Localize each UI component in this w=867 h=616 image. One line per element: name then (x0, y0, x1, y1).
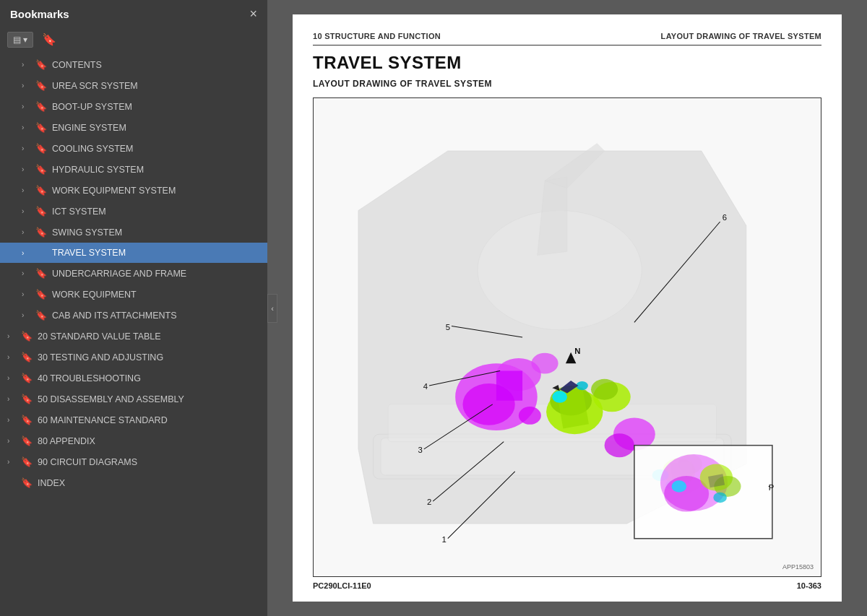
sidebar-item-work-equip-sys[interactable]: ›🔖WORK EQUIPMENT SYSTEM (0, 180, 267, 201)
bookmark-icon: 🔖 (35, 80, 48, 91)
expand-arrow-icon: › (22, 311, 33, 319)
bookmark-icon: 🔖 (20, 373, 33, 383)
bookmark-icon: 🔖 (35, 143, 48, 154)
sidebar: Bookmarks × ▤ ▾ 🔖 ›🔖CONTENTS›🔖UREA SCR S… (0, 0, 267, 616)
sidebar-item-label: 90 CIRCUIT DIAGRAMS (38, 457, 260, 467)
expand-arrow-icon: › (22, 290, 33, 298)
svg-text:P: P (769, 483, 775, 492)
sidebar-collapse-button[interactable]: ‹ (267, 294, 277, 323)
sidebar-item-label: CONTENTS (52, 60, 260, 70)
sidebar-item-label: ICT SYSTEM (52, 207, 260, 217)
svg-rect-10 (496, 370, 522, 400)
bookmark-icon: 🔖 (20, 456, 33, 467)
sidebar-item-label: TRAVEL SYSTEM (52, 248, 260, 258)
doc-header-left: 10 STRUCTURE AND FUNCTION (313, 32, 441, 40)
sidebar-item-label: 20 STANDARD VALUE TABLE (38, 331, 260, 342)
sidebar-item-cab[interactable]: ›🔖CAB AND ITS ATTACHMENTS (0, 305, 267, 326)
diagram-label: APP15803 (782, 563, 814, 571)
sidebar-item-label: ENGINE SYSTEM (52, 123, 260, 133)
bookmark-icon: 🔖 (35, 289, 48, 300)
sidebar-item-appendix[interactable]: ›🔖80 APPENDIX (0, 430, 267, 451)
bookmark-icon: 🔖 (35, 185, 48, 196)
sidebar-header: Bookmarks × (0, 0, 267, 27)
sidebar-item-undercarriage[interactable]: ›🔖UNDERCARRIAGE AND FRAME (0, 263, 267, 284)
sidebar-close-button[interactable]: × (249, 7, 257, 20)
sidebar-item-urea-scr[interactable]: ›🔖UREA SCR SYSTEM (0, 75, 267, 96)
dropdown-arrow-icon: ▾ (23, 35, 27, 45)
expand-arrow-icon: › (22, 207, 33, 215)
expand-arrow-icon: › (22, 123, 33, 131)
expand-arrow-icon: › (22, 61, 33, 69)
sidebar-item-label: WORK EQUIPMENT (52, 290, 260, 300)
svg-text:5: 5 (446, 323, 450, 331)
expand-arrow-icon: › (7, 437, 19, 445)
sidebar-item-swing[interactable]: ›🔖SWING SYSTEM (0, 222, 267, 243)
sidebar-item-index[interactable]: 🔖INDEX (0, 472, 267, 493)
sidebar-item-label: HYDRAULIC SYSTEM (52, 165, 260, 175)
sidebar-item-maintenance[interactable]: ›🔖60 MAINTENANCE STANDARD (0, 409, 267, 430)
expand-arrow-icon: › (22, 82, 33, 90)
bookmark-icon: 🔖 (20, 435, 33, 446)
sidebar-item-testing[interactable]: ›🔖30 TESTING AND ADJUSTING (0, 347, 267, 368)
bookmark-icon: 🔖 (20, 415, 33, 425)
sidebar-item-std-value[interactable]: ›🔖20 STANDARD VALUE TABLE (0, 326, 267, 347)
footer-page: 10-363 (797, 581, 821, 590)
bookmark-icon: 🔖 (20, 352, 33, 363)
svg-point-11 (531, 353, 558, 374)
expand-arrow-icon: › (22, 186, 33, 194)
sidebar-item-circuit[interactable]: ›🔖90 CIRCUIT DIAGRAMS (0, 451, 267, 472)
expand-arrow-icon: › (22, 144, 33, 152)
svg-point-34 (672, 480, 687, 493)
sidebar-item-travel[interactable]: ›TRAVEL SYSTEM (0, 243, 267, 263)
document-page: 10 STRUCTURE AND FUNCTION LAYOUT DRAWING… (293, 14, 842, 602)
sidebar-item-ict[interactable]: ›🔖ICT SYSTEM (0, 201, 267, 222)
bookmark-icon: 🔖 (20, 331, 33, 342)
sidebar-item-disassembly[interactable]: ›🔖50 DISASSEMBLY AND ASSEMBLY (0, 389, 267, 409)
bookmark-icon: 🔖 (35, 59, 48, 70)
sidebar-item-label: 40 TROUBLESHOOTING (38, 373, 260, 383)
expand-arrow-icon: › (22, 269, 33, 277)
document-header: 10 STRUCTURE AND FUNCTION LAYOUT DRAWING… (313, 32, 821, 45)
bookmark-icon: 🔖 (35, 310, 48, 321)
document-title: TRAVEL SYSTEM (313, 53, 821, 73)
bookmark-icon: 🔖 (35, 122, 48, 133)
sidebar-item-troubleshooting[interactable]: ›🔖40 TROUBLESHOOTING (0, 368, 267, 389)
bookmark-icon: 🔖 (20, 394, 33, 404)
sidebar-item-label: 50 DISASSEMBLY AND ASSEMBLY (38, 394, 260, 404)
expand-arrow-icon: › (22, 165, 33, 173)
bookmark-icon: 🔖 (35, 206, 48, 217)
svg-point-23 (552, 391, 567, 403)
expand-arrow-icon: › (22, 249, 33, 257)
sidebar-item-label: BOOT-UP SYSTEM (52, 102, 260, 112)
expand-arrow-icon: › (7, 332, 19, 340)
bookmark-icon: 🔖 (20, 477, 33, 488)
expand-arrow-icon: › (7, 395, 19, 403)
sidebar-item-label: SWING SYSTEM (52, 227, 260, 238)
search-bookmarks-button[interactable]: 🔖 (38, 30, 61, 48)
expand-arrow-icon: › (7, 458, 19, 466)
svg-text:1: 1 (442, 535, 447, 544)
svg-text:6: 6 (722, 213, 727, 222)
svg-point-19 (591, 379, 618, 400)
sidebar-item-boot-up[interactable]: ›🔖BOOT-UP SYSTEM (0, 96, 267, 117)
bookmark-icon: 🔖 (35, 101, 48, 112)
sidebar-item-label: 60 MAINTENANCE STANDARD (38, 415, 260, 425)
svg-text:N: N (574, 347, 580, 355)
sidebar-item-label: UREA SCR SYSTEM (52, 81, 260, 91)
document-diagram: 1 2 3 4 5 6 P N (313, 97, 821, 577)
travel-system-diagram: 1 2 3 4 5 6 P N (314, 98, 821, 576)
expand-arrow-icon: › (7, 374, 19, 382)
sidebar-item-contents[interactable]: ›🔖CONTENTS (0, 54, 267, 75)
svg-point-14 (605, 433, 634, 457)
svg-text:4: 4 (423, 382, 428, 391)
svg-text:3: 3 (418, 446, 423, 454)
sidebar-item-cooling[interactable]: ›🔖COOLING SYSTEM (0, 138, 267, 159)
view-options-button[interactable]: ▤ ▾ (7, 32, 33, 48)
svg-point-12 (519, 407, 541, 425)
sidebar-item-work-equip[interactable]: ›🔖WORK EQUIPMENT (0, 284, 267, 305)
sidebar-item-hydraulic[interactable]: ›🔖HYDRAULIC SYSTEM (0, 159, 267, 180)
sidebar-item-label: 30 TESTING AND ADJUSTING (38, 352, 260, 363)
bookmark-icon: 🔖 (35, 268, 48, 279)
sidebar-item-engine[interactable]: ›🔖ENGINE SYSTEM (0, 117, 267, 138)
view-icon: ▤ (13, 35, 21, 45)
